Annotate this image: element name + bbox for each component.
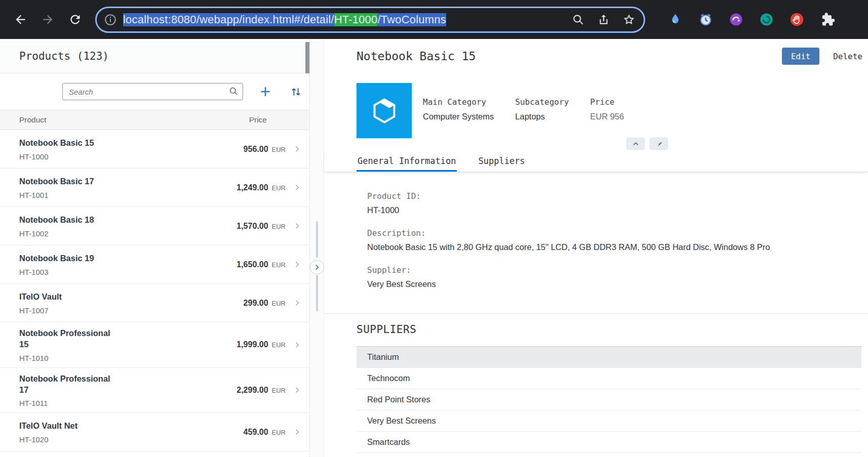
chevron-right-icon [313, 264, 321, 271]
forward-icon [41, 13, 55, 26]
zoom-magnifier-icon[interactable] [572, 13, 585, 26]
attribute-value: Laptops [515, 112, 569, 121]
collapse-header-button[interactable] [626, 138, 645, 150]
delete-button[interactable]: Delete [833, 52, 862, 61]
extensions-puzzle-icon[interactable] [819, 12, 835, 27]
product-image-tile [357, 83, 412, 138]
tab[interactable]: Suppliers [477, 150, 526, 172]
chevron-right-icon [293, 299, 301, 307]
search-input[interactable] [62, 83, 243, 100]
product-id: HT-1003 [19, 268, 230, 276]
ext-droplet-icon[interactable] [667, 12, 683, 27]
supplier-name: Technocom [367, 373, 410, 383]
supplier-row[interactable]: Titanium [357, 347, 861, 368]
list-column-headers: Product Price [0, 110, 309, 130]
sort-button[interactable] [288, 84, 304, 100]
edit-button[interactable]: Edit [782, 48, 819, 65]
attribute-label: Price [590, 97, 624, 107]
back-icon [14, 13, 27, 26]
ext-teal-spiral-icon[interactable] [759, 12, 774, 27]
product-currency: EUR [272, 387, 286, 394]
header-attribute: Main Category Computer Systems [423, 97, 494, 150]
supplier-row[interactable]: Very Best Screens [357, 410, 861, 432]
product-price: 956.00 [230, 145, 268, 154]
address-bar[interactable]: localhost:8080/webapp/index.html#/detail… [95, 7, 645, 33]
master-toolbar [0, 73, 309, 110]
product-name: Notebook Basic 19 [19, 253, 118, 264]
product-price: 299.00 [230, 299, 268, 308]
detail-header-content: Main Category Computer Systems Subcatego… [324, 73, 868, 150]
form-field: Description: Notebook Basic 15 with 2,80… [367, 228, 858, 252]
tab[interactable]: General Information [357, 150, 457, 172]
add-product-button[interactable] [257, 84, 273, 100]
form-field-value: HT-1000 [367, 205, 858, 215]
product-id: HT-1002 [19, 229, 230, 238]
product-list-item[interactable]: Notebook Basic 18 HT-1002 1,570.00 EUR [0, 207, 309, 245]
product-name: Notebook Professional 17 [19, 373, 118, 396]
product-list-item[interactable]: ITelO Vault Net HT-1020 459.00 EUR [0, 413, 309, 451]
share-icon[interactable] [597, 13, 610, 26]
master-title: Products (123) [19, 50, 109, 62]
back-button[interactable] [10, 10, 30, 30]
product-list-item[interactable]: ITelO Vault HT-1007 299.00 EUR [0, 284, 309, 322]
expand-column-button[interactable] [310, 260, 324, 274]
product-currency: EUR [272, 341, 286, 349]
tab-bar: General Information Suppliers [324, 150, 868, 172]
app: Products (123) Product Price [0, 39, 868, 457]
product-id: HT-1010 [19, 354, 230, 362]
supplier-name: Very Best Screens [367, 416, 436, 426]
browser-toolbar: localhost:8080/webapp/index.html#/detail… [0, 0, 868, 39]
master-scrollbar-thumb[interactable] [305, 42, 309, 73]
ext-purple-swirl-icon[interactable] [728, 12, 744, 27]
attribute-label: Subcategory [515, 97, 569, 107]
form-field-value: Very Best Screens [367, 279, 858, 289]
header-attribute: Subcategory Laptops [515, 97, 569, 150]
form-field-label: Description: [367, 228, 858, 238]
chevron-right-icon [293, 222, 301, 230]
supplier-row[interactable]: Red Point Stores [357, 389, 861, 410]
search-icon[interactable] [228, 86, 239, 97]
url-selected-pre: localhost:8080/webapp/index.html#/detail… [123, 13, 334, 26]
ext-red-hand-icon[interactable] [789, 12, 805, 27]
product-currency: EUR [272, 223, 286, 230]
detail-panel: Notebook Basic 15 Edit Delete Main Categ… [324, 39, 868, 457]
splitter-grip[interactable] [316, 221, 318, 258]
page-info-icon[interactable] [104, 13, 117, 26]
product-list-item[interactable]: Notebook Professional 15 HT-1010 1,999.0… [0, 322, 309, 368]
product-price: 1,650.00 [230, 260, 268, 269]
suppliers-section: SUPPLIERS Titanium Technocom Red Point S… [324, 313, 868, 453]
header-attribute: Price EUR 956 [590, 97, 624, 150]
column-header-price: Price [249, 115, 267, 124]
search-box [62, 83, 243, 100]
chevron-right-icon [293, 341, 301, 349]
product-list-item[interactable]: Notebook Basic 17 HT-1001 1,249.00 EUR [0, 169, 309, 207]
splitter-grip[interactable] [316, 275, 318, 311]
product-list-item[interactable]: Notebook Basic 15 HT-1000 956.00 EUR [0, 130, 309, 169]
product-id: HT-1011 [19, 399, 230, 407]
forward-button[interactable] [37, 10, 58, 30]
product-list: Notebook Basic 15 HT-1000 956.00 EUR Not… [0, 130, 309, 457]
product-price: 459.00 [230, 428, 268, 437]
chevron-up-icon [632, 140, 640, 148]
supplier-row[interactable]: Technocom [357, 368, 861, 389]
master-header: Products (123) [0, 39, 309, 73]
product-name: ITelO Vault Net [19, 420, 118, 431]
url-text[interactable]: localhost:8080/webapp/index.html#/detail… [123, 13, 567, 26]
supplier-row[interactable]: Smartcards [357, 432, 861, 453]
detail-page-title: Notebook Basic 15 [357, 50, 782, 63]
pin-header-button[interactable] [650, 138, 668, 150]
bookmark-star-icon[interactable] [622, 13, 636, 26]
product-currency: EUR [272, 261, 286, 269]
reload-button[interactable] [65, 10, 85, 30]
ext-alarm-clock-icon[interactable] [698, 12, 714, 27]
attribute-value: Computer Systems [423, 112, 494, 121]
product-list-item[interactable]: Notebook Professional 17 HT-1011 2,299.0… [0, 368, 309, 413]
product-currency: EUR [272, 146, 286, 153]
product-currency: EUR [272, 429, 286, 436]
column-splitter[interactable] [310, 39, 324, 457]
url-find-match: HT-1000 [334, 13, 378, 26]
product-id: HT-1001 [19, 191, 230, 199]
product-id: HT-1020 [19, 435, 230, 444]
product-list-item[interactable]: Notebook Basic 19 HT-1003 1,650.00 EUR [0, 245, 309, 284]
product-currency: EUR [272, 300, 286, 307]
